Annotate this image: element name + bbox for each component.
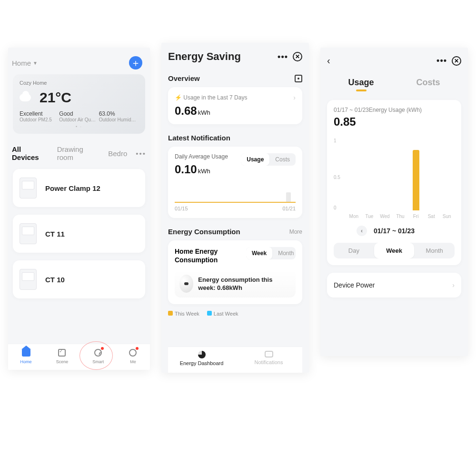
device-card[interactable]: CT 10 — [13, 260, 145, 298]
seg-usage[interactable]: Usage — [241, 153, 269, 166]
settings-icon[interactable] — [295, 75, 302, 82]
device-list: Power Clamp 12 CT 11 CT 10 — [8, 169, 150, 298]
weather-stat: Good Outdoor Air Qu… — [59, 110, 99, 122]
more-icon[interactable]: ••• — [436, 56, 447, 66]
badge-dot — [136, 347, 139, 350]
legend-last-week: Last Week — [207, 311, 238, 317]
consumption-card: Home Energy Consumption Week Month Energ… — [168, 240, 302, 304]
room-tab-all[interactable]: All Devices — [12, 145, 49, 161]
message-icon — [265, 351, 273, 357]
seg-week[interactable]: Week — [374, 243, 415, 258]
smart-icon — [94, 349, 102, 357]
nav-smart[interactable]: Smart — [92, 348, 104, 364]
tab-costs[interactable]: Costs — [416, 78, 440, 91]
weather-location: Cozy Home — [20, 80, 139, 86]
tab-usage[interactable]: Usage — [348, 78, 374, 91]
usage-total-value: 0.85 — [334, 115, 455, 129]
home-selector[interactable]: Home ▼ — [12, 59, 38, 67]
section-title: Overview — [168, 74, 200, 82]
close-icon[interactable]: ✕ — [452, 56, 461, 66]
day-label: Fri — [408, 214, 424, 219]
weather-stat-value: 63.0% — [99, 110, 139, 117]
more-rooms-icon[interactable]: ••• — [136, 149, 146, 158]
overview-header: Overview — [168, 74, 302, 82]
week-month-toggle[interactable]: Week Month — [246, 247, 296, 259]
day-label: Wed — [377, 214, 393, 219]
day-label: Sun — [439, 214, 455, 219]
seg-day[interactable]: Day — [334, 243, 374, 258]
nav-home[interactable]: Home — [20, 348, 32, 364]
tab-energy-dashboard[interactable]: Energy Dashboard — [168, 351, 235, 366]
consumption-more-link[interactable]: More — [289, 228, 302, 235]
add-button[interactable]: ＋ — [129, 56, 142, 69]
date-from: 01/15 — [175, 206, 188, 211]
usage-detail-screen: ‹ ••• ✕ Usage Costs 01/17 ~ 01/23Energy … — [320, 48, 468, 356]
energy-bottom-tabs: Energy Dashboard Notifications — [168, 347, 302, 373]
seg-week[interactable]: Week — [246, 247, 272, 259]
section-title: Latest Notification — [168, 134, 230, 142]
weather-card[interactable]: Cozy Home 21°C Excellent Outdoor PM2.5 G… — [13, 74, 145, 134]
consumption-legend: This Week Last Week — [168, 311, 302, 317]
room-tab-drawing[interactable]: Drawing room — [57, 145, 99, 161]
usage-7days-value: 0.68kWh — [175, 104, 296, 118]
usage-header: ‹ ••• ✕ — [327, 48, 461, 71]
room-tab-bedroom[interactable]: Bedro — [108, 149, 127, 158]
device-card[interactable]: Power Clamp 12 — [13, 169, 145, 207]
date-range-nav: ‹ 01/17 ~ 01/23 › — [334, 226, 455, 236]
usage-7days-card[interactable]: ⚡ Usage in the Last 7 Days › 0.68kWh — [168, 87, 302, 124]
page-title: Energy Saving — [168, 50, 241, 63]
legend-swatch-yellow — [168, 311, 173, 316]
sparkline-dates: 01/15 01/21 — [175, 206, 296, 211]
consumption-card-title: Home Energy Consumption — [175, 247, 246, 264]
nav-scene[interactable]: Scene — [56, 348, 69, 364]
profile-icon — [129, 349, 137, 357]
device-power-label: Device Power — [334, 281, 375, 289]
nav-me[interactable]: Me — [128, 348, 138, 364]
chevron-right-icon: › — [293, 94, 296, 101]
day-label: Tue — [362, 214, 377, 219]
device-name: Power Clamp 12 — [45, 184, 100, 192]
more-icon[interactable]: ••• — [278, 52, 288, 62]
back-icon[interactable]: ‹ — [327, 55, 330, 66]
avg-usage-label: Daily Average Usage — [175, 153, 228, 160]
cloud-icon — [20, 94, 31, 101]
nav-label: Scene — [56, 359, 69, 364]
seg-month[interactable]: Month — [272, 247, 296, 259]
tab-label: Energy Dashboard — [180, 360, 224, 366]
avg-usage-value: 0.10kWh — [175, 163, 228, 176]
sparkline-bar — [286, 192, 291, 202]
seg-month[interactable]: Month — [414, 243, 455, 258]
prev-range-button[interactable]: ‹ — [357, 226, 367, 236]
lightning-icon: ⚡ — [175, 94, 182, 101]
device-card[interactable]: CT 11 — [13, 215, 145, 253]
usage-costs-toggle[interactable]: Usage Costs — [241, 153, 296, 166]
badge-dot — [101, 347, 104, 350]
close-icon[interactable]: ✕ — [293, 52, 302, 61]
period-toggle[interactable]: Day Week Month — [334, 243, 455, 258]
section-title: Energy Consumption — [168, 228, 240, 236]
day-label: Mon — [346, 214, 362, 219]
tab-notifications[interactable]: Notifications — [235, 351, 302, 366]
seg-costs[interactable]: Costs — [269, 153, 296, 166]
weather-stat-label: Outdoor Humid… — [99, 117, 139, 122]
usage-sparkline — [175, 184, 296, 203]
chevron-right-icon: › — [452, 281, 455, 289]
weather-temp-row: 21°C — [20, 89, 139, 106]
legend-swatch-blue — [207, 311, 212, 316]
day-label: Thu — [393, 214, 408, 219]
device-icon — [20, 223, 37, 244]
device-power-row[interactable]: Device Power › — [327, 273, 461, 298]
y-tick: 1 — [334, 138, 337, 143]
page-dots: • · — [20, 124, 139, 129]
scene-icon — [58, 349, 66, 357]
chevron-down-icon: ▼ — [33, 60, 38, 66]
home-selector-label: Home — [12, 59, 31, 67]
weather-stat-label: Outdoor Air Qu… — [59, 117, 99, 122]
pie-chart-icon — [198, 351, 206, 358]
y-tick: 0 — [334, 205, 337, 210]
device-icon — [20, 178, 37, 198]
usage-chart-card: 01/17 ~ 01/23Energy Usage (kWh) 0.85 1 0… — [327, 100, 461, 265]
plus-icon: ＋ — [131, 57, 140, 69]
home-screen: Home ▼ ＋ Cozy Home 21°C Excellent Outdoo… — [8, 48, 150, 370]
bottom-nav: Home Scene Smart Me — [8, 344, 150, 370]
